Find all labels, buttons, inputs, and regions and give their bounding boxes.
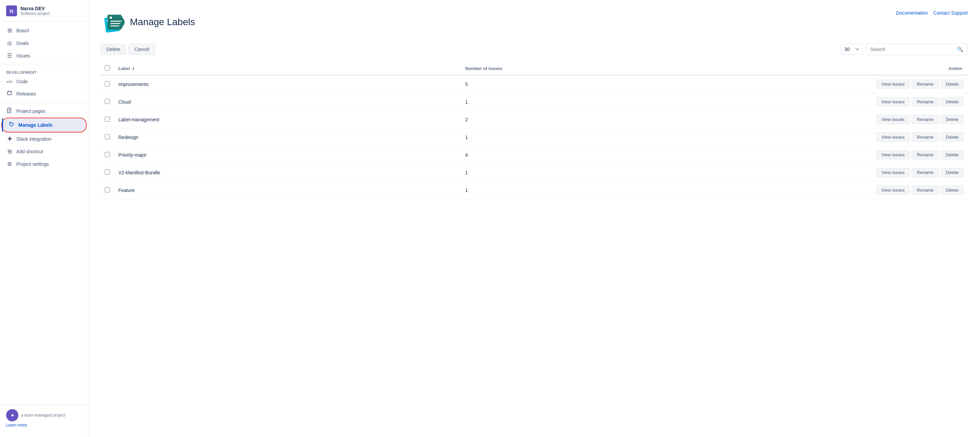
sidebar-bottom: ✦ a team-managed project Learn more [0,405,88,432]
row-checkbox[interactable] [105,134,110,139]
row-label: Priority-major [114,146,461,164]
rename-button[interactable]: Rename [912,79,939,89]
view-issues-button[interactable]: View issues [876,186,910,195]
sidebar-item-goals-label: Goals [16,40,29,46]
view-issues-button[interactable]: View issues [876,168,910,177]
table-row: Feature 1 View issues Rename Delete [101,181,968,199]
sidebar-item-project-settings[interactable]: ⚙ Project settings [0,158,88,170]
sidebar-item-board-label: Board [16,28,29,33]
row-label: Feature [114,181,461,199]
row-checkbox[interactable] [105,187,110,192]
rename-button[interactable]: Rename [912,115,939,124]
delete-row-button[interactable]: Delete [940,79,964,89]
row-label: Cloud [114,93,461,111]
sidebar-item-code-label: Code [16,79,27,84]
toolbar-left: Delete Cancel [101,44,837,55]
sidebar-item-code[interactable]: </> Code [0,76,88,87]
table-body: Improvements 5 View issues Rename Delete… [101,75,968,199]
sidebar-nav: ⊞ Board ◎ Goals ☰ Issues DEVELOPMENT </>… [0,21,88,173]
row-issue-count: 1 [461,129,624,146]
svg-point-7 [11,123,11,124]
view-issues-button[interactable]: View issues [876,132,910,142]
add-shortcut-icon: ⊞ [6,148,13,155]
sidebar-item-add-shortcut-label: Add shortcut [16,149,43,154]
rename-button[interactable]: Rename [912,186,939,195]
manage-labels-icon [8,121,15,129]
row-checkbox[interactable] [105,152,110,157]
labels-table: Label ⬆ Number of Issues Action Improvem… [101,62,968,199]
project-info: Narva DEV Software project [21,6,50,16]
delete-button[interactable]: Delete [101,44,126,55]
row-checkbox-cell [101,164,114,181]
sidebar-item-manage-labels[interactable]: Manage Labels [2,118,87,132]
view-issues-button[interactable]: View issues [876,115,910,124]
sidebar-item-goals[interactable]: ◎ Goals [0,37,88,49]
row-actions: View issues Rename Delete [624,75,968,93]
delete-row-button[interactable]: Delete [940,132,964,142]
project-pages-icon [6,108,13,114]
select-all-checkbox[interactable] [105,65,110,70]
row-checkbox[interactable] [105,99,110,104]
sidebar-item-issues[interactable]: ☰ Issues [0,49,88,62]
action-buttons: View issues Rename Delete [628,168,964,177]
contact-support-link[interactable]: Contact Support [934,10,968,16]
dev-section-label: DEVELOPMENT [0,66,88,76]
cancel-button[interactable]: Cancel [129,44,155,55]
row-actions: View issues Rename Delete [624,111,968,129]
table-row: Improvements 5 View issues Rename Delete [101,75,968,93]
sidebar-item-slack-label: Slack integration [16,136,52,142]
row-label: V2-Manifest-Bundle [114,164,461,181]
row-actions: View issues Rename Delete [624,129,968,146]
releases-icon [6,91,13,97]
settings-icon: ⚙ [6,161,13,167]
rename-button[interactable]: Rename [912,132,939,142]
sidebar-item-add-shortcut[interactable]: ⊞ Add shortcut [0,145,88,158]
row-checkbox[interactable] [105,81,110,86]
title-area: Manage Labels [101,10,195,34]
documentation-link[interactable]: Documentation [896,10,928,16]
row-label: Redesign [114,129,461,146]
sidebar-item-releases[interactable]: Releases [0,87,88,100]
view-issues-button[interactable]: View issues [876,97,910,106]
delete-row-button[interactable]: Delete [940,168,964,177]
sidebar-item-board[interactable]: ⊞ Board [0,24,88,37]
search-input[interactable] [870,46,957,52]
rename-button[interactable]: Rename [912,97,939,106]
delete-row-button[interactable]: Delete [940,186,964,195]
row-issue-count: 5 [461,75,624,93]
row-checkbox-cell [101,129,114,146]
sidebar-item-slack[interactable]: ✚ Slack integration [0,132,88,145]
page-icon [101,10,124,34]
delete-row-button[interactable]: Delete [940,150,964,159]
bottom-dot-icon: ✦ [6,409,18,421]
per-page-select[interactable]: 30 50 100 [841,44,862,55]
sidebar-item-project-settings-label: Project settings [16,161,49,167]
sidebar-item-manage-labels-label: Manage Labels [18,122,52,128]
rename-button[interactable]: Rename [912,150,939,159]
action-buttons: View issues Rename Delete [628,97,964,106]
row-checkbox-cell [101,181,114,199]
delete-row-button[interactable]: Delete [940,97,964,106]
header-action: Action [624,62,968,75]
header-issues: Number of Issues [461,62,624,75]
view-issues-button[interactable]: View issues [876,150,910,159]
delete-row-button[interactable]: Delete [940,115,964,124]
view-issues-button[interactable]: View issues [876,79,910,89]
sidebar-item-project-pages[interactable]: Project pages [0,105,88,118]
code-icon: </> [6,79,13,84]
toolbar-right: 30 50 100 🔍 [841,43,968,55]
row-issue-count: 1 [461,181,624,199]
header-links: Documentation Contact Support [896,10,968,16]
learn-more-link[interactable]: Learn more [6,423,27,427]
header-label: Label ⬆ [114,62,461,75]
bottom-badge-text: a team-managed project [21,413,65,418]
sidebar-divider-2 [0,102,88,103]
action-buttons: View issues Rename Delete [628,115,964,124]
svg-rect-0 [8,91,11,95]
row-checkbox[interactable] [105,116,110,122]
row-checkbox[interactable] [105,170,110,175]
row-label: Label-management [114,111,461,129]
action-buttons: View issues Rename Delete [628,186,964,195]
rename-button[interactable]: Rename [912,168,939,177]
row-actions: View issues Rename Delete [624,93,968,111]
